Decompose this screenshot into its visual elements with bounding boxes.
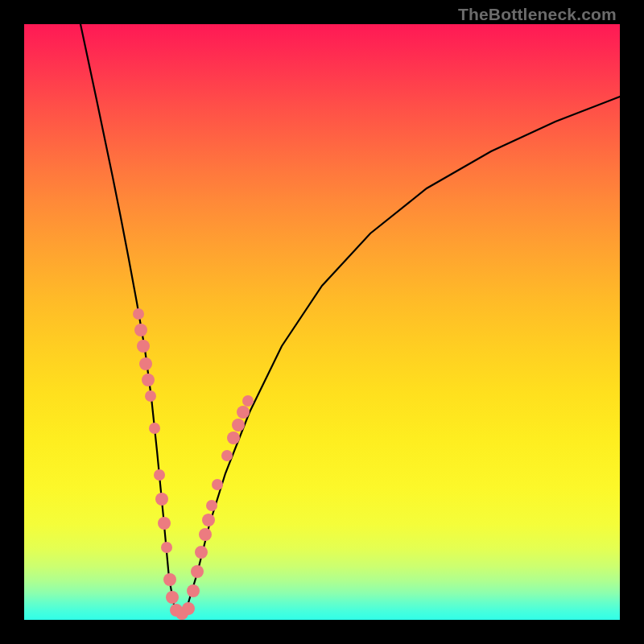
curve-marker	[232, 419, 245, 431]
curve-marker	[199, 528, 212, 541]
curve-marker	[139, 357, 152, 370]
curve-marker	[166, 591, 179, 604]
curve-marker	[182, 602, 195, 615]
curve-marker	[155, 493, 168, 506]
curve-marker	[191, 565, 204, 578]
curve-marker	[206, 500, 217, 511]
attribution-label: TheBottleneck.com	[458, 5, 617, 24]
curve-marker	[161, 542, 172, 553]
curve-marker	[202, 514, 215, 526]
curve-marker	[242, 395, 254, 407]
curve-marker	[134, 324, 147, 336]
curve-marker	[158, 517, 171, 530]
curve-marker	[221, 450, 233, 461]
curve-marker	[142, 374, 155, 386]
chart-plot-area	[24, 24, 620, 620]
curve-markers-group	[133, 308, 254, 620]
curve-marker	[137, 340, 150, 353]
curve-marker	[149, 423, 160, 434]
curve-marker	[195, 546, 208, 559]
curve-marker	[227, 431, 240, 444]
curve-marker	[154, 469, 165, 481]
bottleneck-curve-svg	[24, 24, 620, 620]
curve-marker	[237, 406, 250, 419]
curve-marker	[145, 390, 156, 402]
curve-marker	[187, 584, 200, 597]
curve-marker	[133, 308, 144, 320]
curve-marker	[212, 479, 223, 490]
curve-marker	[163, 573, 176, 586]
